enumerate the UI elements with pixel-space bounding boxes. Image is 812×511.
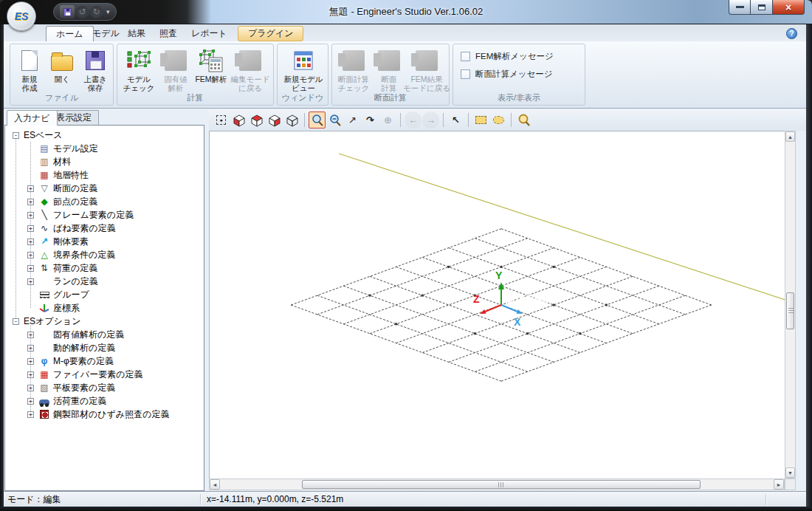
tree-item[interactable]: -ESベース <box>5 128 204 142</box>
new-file-button[interactable]: 新規 作成 <box>13 47 46 95</box>
collapse-icon[interactable]: - <box>13 132 19 139</box>
tree-item[interactable]: +ランの定義 <box>5 275 204 288</box>
checkbox-icon[interactable] <box>461 52 470 61</box>
pan-view-button[interactable]: ⊕ <box>379 112 396 128</box>
vertical-scrollbar-thumb[interactable] <box>786 292 794 329</box>
tree-item[interactable]: グループ <box>5 288 204 301</box>
zoom-window-button[interactable] <box>309 112 326 128</box>
expand-icon[interactable]: + <box>27 239 34 245</box>
close-icon: × <box>785 1 791 13</box>
status-mode: モード：編集 <box>4 493 200 506</box>
tree-item[interactable]: +↗剛体要素 <box>5 235 204 248</box>
checkbox-icon[interactable] <box>461 69 470 79</box>
tree-item[interactable]: ▦地層特性 <box>5 168 204 182</box>
scroll-down-button[interactable]: ▼ <box>785 467 795 478</box>
tree-item-label: 節点の定義 <box>53 196 97 208</box>
tree-item[interactable]: +固有値解析の定義 <box>5 328 204 341</box>
close-button[interactable]: × <box>772 0 805 15</box>
section-calc-button[interactable]: 断面 計算 <box>373 47 405 95</box>
eigenvalue-analysis-button[interactable]: 固有値 解析 <box>158 47 193 95</box>
scroll-left-button[interactable]: ◄ <box>210 479 220 490</box>
expand-icon[interactable]: + <box>27 185 34 192</box>
expand-icon[interactable]: + <box>27 385 34 391</box>
live-load-icon <box>39 399 49 405</box>
tree-item[interactable]: -ESオプション <box>5 315 204 328</box>
model-viewport[interactable]: 全体座標系 Y Z X <box>209 131 785 479</box>
view-iso-button[interactable] <box>283 112 300 128</box>
tree-item[interactable]: +活荷重の定義 <box>5 394 204 408</box>
tree-item[interactable]: +╲フレーム要素の定義 <box>5 208 204 222</box>
view-forward-button[interactable]: → <box>422 112 439 128</box>
overwrite-save-button[interactable]: 上書き 保存 <box>78 47 112 95</box>
axis-z-label: Z <box>473 293 480 305</box>
open-file-button[interactable]: 開く <box>47 47 77 95</box>
expand-icon[interactable]: + <box>27 265 34 272</box>
group-label-window: ウィンドウ <box>278 92 328 103</box>
tree-item[interactable]: ▥材料 <box>5 155 204 168</box>
scroll-up-button[interactable]: ▲ <box>785 131 795 142</box>
tab-home[interactable]: ホーム <box>46 26 94 41</box>
view-back-button[interactable]: ← <box>405 112 422 128</box>
model-check-button[interactable]: モデル チェック <box>120 47 158 95</box>
tab-report[interactable]: レポート <box>182 26 237 41</box>
tree-item[interactable]: ▤モデル設定 <box>5 142 204 155</box>
horizontal-scrollbar[interactable]: ◄ ► <box>209 479 785 490</box>
tree-item[interactable]: +▧平板要素の定義 <box>5 381 204 394</box>
scroll-right-button[interactable]: ► <box>774 479 784 490</box>
expand-icon[interactable]: + <box>27 398 34 405</box>
fem-message-checkbox-row[interactable]: FEM解析メッセージ <box>461 51 554 62</box>
maximize-button[interactable] <box>751 0 772 15</box>
vertical-scrollbar[interactable]: ▲ ▼ <box>785 131 796 479</box>
tree-item-label: 地層特性 <box>53 169 89 182</box>
view-iso-icon <box>286 114 299 127</box>
new-model-view-button[interactable]: 新規モデル ビュー <box>280 47 327 95</box>
tab-input-navi[interactable]: 入力ナビ <box>7 110 58 126</box>
help-button[interactable]: ? <box>786 28 797 39</box>
view-top-button[interactable] <box>248 112 265 128</box>
expand-icon[interactable]: + <box>27 252 34 258</box>
collapse-icon[interactable]: - <box>13 318 19 325</box>
horizontal-scrollbar-thumb[interactable] <box>302 480 701 489</box>
find-button[interactable] <box>515 112 532 128</box>
expand-icon[interactable]: + <box>27 278 34 285</box>
fem-result-return-button[interactable]: FEM結果 モードに戻る <box>405 47 448 95</box>
expand-icon[interactable]: + <box>27 212 34 219</box>
select-cursor-button[interactable]: ↖ <box>447 112 464 128</box>
zoom-extents-button[interactable]: ↗ <box>344 112 361 128</box>
application-menu-button[interactable]: ES <box>7 1 36 31</box>
model-check-icon <box>127 49 151 72</box>
expand-icon[interactable]: + <box>27 345 34 351</box>
expand-icon[interactable]: + <box>27 332 34 338</box>
view-front-button[interactable] <box>230 112 247 128</box>
select-rect-button[interactable] <box>472 112 489 128</box>
tree-item[interactable]: +⇅荷重の定義 <box>5 261 204 275</box>
section-calc-check-button[interactable]: 断面計算 チェック <box>334 47 373 95</box>
select-lasso-button[interactable] <box>490 112 507 128</box>
tab-plugin[interactable]: プラグイン <box>238 26 303 41</box>
section-message-checkbox-row[interactable]: 断面計算メッセージ <box>461 69 553 80</box>
zoom-out-button[interactable] <box>326 112 343 128</box>
ribbon-group-file: 新規 作成 開く 上書き 保存 ファイル <box>10 44 114 106</box>
view-side-button[interactable] <box>266 112 283 128</box>
ribbon: 新規 作成 開く 上書き 保存 ファイル <box>4 41 806 109</box>
tree-item[interactable]: +∿ばね要素の定義 <box>5 222 204 235</box>
tree-item-label: 動的解析の定義 <box>53 342 115 354</box>
expand-icon[interactable]: + <box>27 225 34 232</box>
expand-icon[interactable]: + <box>27 199 34 205</box>
tree-item[interactable]: +動的解析の定義 <box>5 341 204 354</box>
expand-icon[interactable]: + <box>27 411 34 418</box>
tree-item[interactable]: +鋼製部材のひずみ照査の定義 <box>5 408 204 421</box>
rotate-view-button[interactable]: ↷ <box>362 112 379 128</box>
tree-item[interactable]: +φM-φ要素の定義 <box>5 354 204 368</box>
edit-mode-return-button[interactable]: 編集モード に戻る <box>229 47 272 95</box>
tree-item[interactable]: +◆節点の定義 <box>5 195 204 208</box>
tree-item[interactable]: +▽断面の定義 <box>5 182 204 195</box>
tree-item[interactable]: 座標系 <box>5 301 204 315</box>
minimize-button[interactable] <box>729 0 751 15</box>
fit-view-button[interactable]: ● <box>213 112 230 128</box>
expand-icon[interactable]: + <box>27 371 34 378</box>
tree-item[interactable]: +△境界条件の定義 <box>5 248 204 261</box>
tree-item[interactable]: +▦ファイバー要素の定義 <box>5 368 204 381</box>
expand-icon[interactable]: + <box>27 358 34 365</box>
fem-analysis-button[interactable]: FEM解析 <box>193 47 229 95</box>
